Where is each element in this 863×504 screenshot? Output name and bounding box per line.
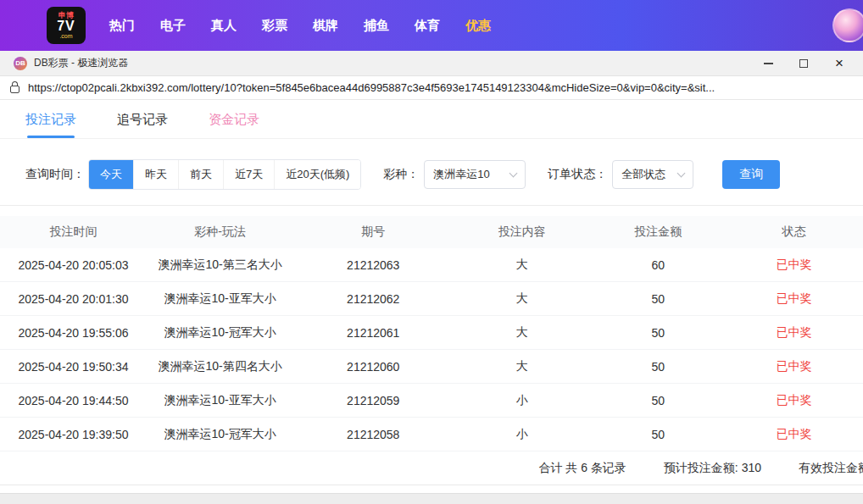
cell-bet-time: 2025-04-20 20:01:30	[0, 292, 147, 306]
main-nav: 热门 电子 真人 彩票 棋牌 捕鱼 体育 优惠	[109, 18, 491, 34]
table-header: 投注时间 彩种-玩法 期号 投注内容 投注金额 状态	[0, 216, 863, 248]
cell-bet-amount: 50	[591, 292, 725, 306]
time-option-day-before[interactable]: 前天	[178, 160, 223, 189]
cell-issue: 21212062	[293, 292, 453, 306]
window-controls: ×	[756, 53, 851, 74]
header-status: 状态	[725, 224, 863, 240]
status-badge: 已中奖	[725, 359, 863, 374]
cell-issue: 21212058	[293, 428, 453, 441]
status-badge: 已中奖	[725, 325, 863, 341]
close-button[interactable]: ×	[827, 53, 851, 74]
status-filter-label: 订单状态：	[548, 167, 607, 182]
cell-lottery-play: 澳洲幸运10-第四名大小	[147, 359, 293, 374]
lock-icon[interactable]	[10, 86, 19, 93]
table-row: 2025-04-20 19:50:34 澳洲幸运10-第四名大小 2121206…	[0, 350, 863, 384]
table-row: 2025-04-20 19:39:50 澳洲幸运10-冠军大小 21212058…	[0, 418, 863, 451]
table-row: 2025-04-20 19:44:50 澳洲幸运10-亚军大小 21212059…	[0, 384, 863, 418]
cell-bet-amount: 60	[591, 258, 725, 272]
chevron-down-icon	[509, 169, 518, 177]
nav-item-lottery[interactable]: 彩票	[262, 18, 287, 34]
lottery-select-value: 澳洲幸运10	[433, 167, 489, 182]
cell-bet-time: 2025-04-20 19:44:50	[0, 394, 147, 407]
total-records-text: 合计 共 6 条记录	[538, 461, 626, 476]
status-badge: 已中奖	[725, 393, 863, 408]
address-bar[interactable]: https://ctop02pcali.2kbxi392.com/lottery…	[0, 76, 863, 100]
time-option-yesterday[interactable]: 昨天	[133, 160, 178, 189]
nav-item-hot[interactable]: 热门	[109, 18, 135, 34]
screen: 申博 7V .com 热门 电子 真人 彩票 棋牌 捕鱼 体育 优惠 DB DB…	[0, 0, 863, 504]
minimize-button[interactable]	[756, 53, 780, 74]
cell-lottery-play: 澳洲幸运10-亚军大小	[147, 291, 293, 307]
time-filter-label: 查询时间：	[25, 167, 85, 182]
cell-lottery-play: 澳洲幸运10-冠军大小	[147, 427, 293, 442]
logo-line3: .com	[59, 33, 72, 39]
cell-issue: 21212060	[293, 360, 453, 374]
nav-item-fishing[interactable]: 捕鱼	[364, 18, 389, 34]
lottery-records-page: 投注记录 追号记录 资金记录 查询时间： 今天 昨天 前天 近7天 近20天(低…	[0, 100, 863, 504]
maximize-icon	[799, 59, 808, 68]
time-option-7days[interactable]: 近7天	[223, 160, 274, 189]
browser-window: DB DB彩票 - 极速浏览器 × https://ctop02pcali.2k…	[0, 51, 863, 504]
nav-item-slots[interactable]: 电子	[160, 18, 186, 34]
browser-titlebar: DB DB彩票 - 极速浏览器 ×	[0, 51, 863, 76]
nav-item-promotions[interactable]: 优惠	[465, 18, 491, 34]
close-icon: ×	[835, 56, 844, 70]
expected-bet-amount-text: 预计投注金额: 310	[664, 461, 761, 476]
cell-bet-content: 大	[453, 291, 591, 307]
cell-bet-content: 小	[453, 393, 591, 408]
cell-bet-time: 2025-04-20 19:50:34	[0, 360, 147, 374]
filter-bar: 查询时间： 今天 昨天 前天 近7天 近20天(低频) 彩种： 澳洲幸运10 订…	[0, 139, 863, 206]
time-option-20days[interactable]: 近20天(低频)	[274, 160, 360, 189]
search-button[interactable]: 查询	[722, 160, 780, 189]
cell-lottery-play: 澳洲幸运10-第三名大小	[147, 258, 293, 273]
cell-bet-time: 2025-04-20 20:05:03	[0, 258, 147, 272]
maximize-button[interactable]	[792, 53, 816, 74]
cell-bet-content: 大	[453, 258, 591, 273]
header-issue: 期号	[293, 224, 453, 240]
status-badge: 已中奖	[725, 427, 863, 442]
site-logo[interactable]: 申博 7V .com	[47, 7, 86, 44]
status-badge: 已中奖	[725, 291, 863, 307]
time-filter-group: 今天 昨天 前天 近7天 近20天(低频)	[88, 159, 361, 190]
url-text[interactable]: https://ctop02pcali.2kbxi392.com/lottery…	[28, 81, 715, 94]
cell-bet-amount: 50	[591, 394, 725, 407]
window-title: DB彩票 - 极速浏览器	[34, 56, 128, 70]
header-bet-content: 投注内容	[453, 224, 591, 240]
user-avatar[interactable]	[832, 8, 863, 42]
cell-issue: 21212059	[293, 394, 453, 407]
minimize-icon	[764, 63, 773, 64]
cell-issue: 21212063	[293, 258, 453, 272]
valid-bet-amount-text: 有效投注金额	[799, 461, 863, 476]
logo-line2: 7V	[57, 19, 75, 33]
lottery-select[interactable]: 澳洲幸运10	[424, 160, 526, 189]
header-bet-time: 投注时间	[0, 224, 147, 240]
cell-bet-content: 大	[453, 325, 591, 341]
cell-bet-content: 大	[453, 359, 591, 374]
tab-chase-records[interactable]: 追号记录	[117, 112, 168, 138]
table-footer: 合计 共 6 条记录 预计投注金额: 310 有效投注金额	[0, 451, 863, 485]
record-tabs: 投注记录 追号记录 资金记录	[0, 100, 863, 139]
nav-item-cards[interactable]: 棋牌	[313, 18, 338, 34]
site-topbar: 申博 7V .com 热门 电子 真人 彩票 棋牌 捕鱼 体育 优惠	[0, 0, 863, 51]
order-status-select[interactable]: 全部状态	[612, 160, 693, 189]
nav-item-live[interactable]: 真人	[211, 18, 237, 34]
lottery-filter-label: 彩种：	[383, 167, 419, 182]
cell-lottery-play: 澳洲幸运10-亚军大小	[147, 393, 293, 408]
browser-app-icon: DB	[14, 57, 27, 70]
cell-bet-time: 2025-04-20 19:39:50	[0, 428, 147, 441]
time-option-today[interactable]: 今天	[89, 160, 133, 189]
cell-bet-content: 小	[453, 427, 591, 442]
cell-bet-amount: 50	[591, 326, 725, 340]
table-row: 2025-04-20 20:05:03 澳洲幸运10-第三名大小 2121206…	[0, 248, 863, 282]
chevron-down-icon	[677, 169, 686, 177]
table-row: 2025-04-20 19:55:06 澳洲幸运10-冠军大小 21212061…	[0, 316, 863, 350]
cell-bet-time: 2025-04-20 19:55:06	[0, 326, 147, 340]
tab-bet-records[interactable]: 投注记录	[25, 112, 76, 138]
tab-fund-records[interactable]: 资金记录	[209, 112, 259, 138]
nav-item-sports[interactable]: 体育	[415, 18, 440, 34]
order-status-value: 全部状态	[621, 167, 665, 182]
table-row: 2025-04-20 20:01:30 澳洲幸运10-亚军大小 21212062…	[0, 282, 863, 316]
status-badge: 已中奖	[725, 258, 863, 273]
header-bet-amount: 投注金额	[591, 224, 725, 240]
window-bottom-strip	[0, 493, 863, 504]
